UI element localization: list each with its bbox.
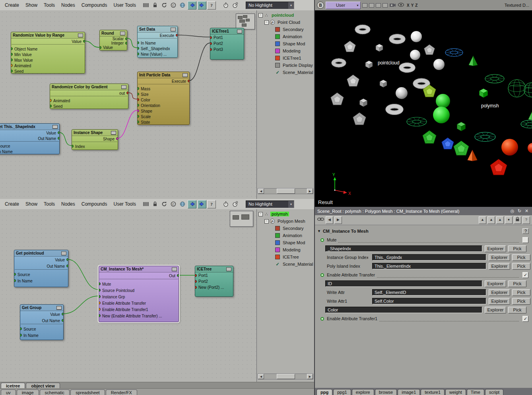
scene-wiretorus[interactable] [407, 117, 427, 126]
port-mute[interactable] [99, 282, 101, 285]
checkbox-mute[interactable] [522, 237, 528, 243]
timer-gear-icon[interactable] [231, 200, 239, 208]
tree-item-icetree1[interactable]: ICETree1 [257, 54, 314, 62]
tree-item-shape-mod[interactable]: Shape Mod [257, 239, 314, 246]
tree-item-pointcloud[interactable]: −∴pointcloud [257, 12, 314, 19]
viewport-canvas[interactable]: pointcloudpolymshYX [315, 10, 532, 207]
port-integer[interactable] [125, 42, 127, 45]
node-menu-icon[interactable] [237, 29, 242, 33]
menu-create[interactable]: Create [2, 2, 22, 9]
port-shape[interactable] [137, 109, 139, 112]
port-source-pointcloud[interactable] [99, 289, 101, 292]
port-port2[interactable] [210, 42, 212, 45]
field-id[interactable] [325, 280, 482, 287]
port-mass[interactable] [137, 87, 139, 90]
port-source[interactable] [20, 327, 22, 330]
node-init-particle-data[interactable]: Init Particle DataExecuteMassSizeColorOr… [137, 72, 190, 125]
keyframe-icon[interactable]: ● [505, 216, 513, 224]
node-set-data[interactable]: Set DataExecuteIn NameSelf._ShapeIndxNew… [137, 26, 178, 58]
node-icetree1[interactable]: ICETree1Port1Port2Port3 [210, 28, 244, 60]
port-index[interactable] [72, 145, 74, 148]
refresh-icon[interactable]: ↻ [516, 208, 522, 214]
port-value[interactable] [58, 131, 60, 134]
node-graph-canvas[interactable]: Randomize Value by RangeValueObject Name… [0, 10, 257, 199]
refresh-icon[interactable] [160, 1, 169, 10]
node-menu-icon[interactable] [172, 267, 177, 271]
tree-item-animation[interactable]: Animation [257, 33, 314, 40]
link-icon[interactable] [317, 216, 324, 224]
port-port1[interactable] [195, 274, 197, 277]
tab-image1[interactable]: image1 [398, 389, 420, 395]
nav-back-icon[interactable] [188, 200, 196, 208]
field-color[interactable] [325, 307, 482, 313]
tree-expander-icon[interactable]: − [264, 20, 269, 25]
node-cm-instance-to-mesh[interactable]: CM_Instance To Mesh*OutMuteSource Pointc… [99, 266, 179, 322]
animatable-icon[interactable] [320, 317, 324, 321]
sticky-icon[interactable]: ◎ [509, 208, 515, 214]
axis-x-button[interactable]: X [406, 3, 410, 8]
globe-icon[interactable] [178, 200, 187, 208]
scene-sphere[interactable] [501, 139, 518, 156]
pick-button[interactable]: Pick [512, 298, 530, 305]
node-randomize-value-by-range[interactable]: Randomize Value by RangeValueObject Name… [11, 32, 85, 74]
node-randomize-color-by-gradient[interactable]: Randomize Color by GradientoutAnimatedSe… [50, 84, 128, 109]
ppg-section-header[interactable]: ▼ CM_Instance To Mesh ? [315, 225, 532, 235]
scene-sphere[interactable] [410, 50, 420, 60]
timer-icon[interactable] [221, 1, 230, 10]
port-shape[interactable] [116, 137, 118, 140]
scroll-left-button[interactable]: ◀ [258, 189, 264, 194]
port-new-value[interactable] [137, 53, 139, 55]
animatable-icon[interactable] [320, 238, 324, 242]
tab-spreadsheet[interactable]: spreadsheet [70, 389, 105, 395]
nav-forward-icon[interactable] [198, 200, 206, 208]
tree-item-animation[interactable]: Animation [257, 232, 314, 239]
node-menu-icon[interactable] [226, 267, 231, 271]
tab-browse[interactable]: browse [375, 389, 397, 395]
timer-icon[interactable] [221, 200, 230, 208]
scene-sphere[interactable] [433, 59, 445, 70]
node-menu-icon[interactable] [183, 73, 188, 77]
port-out-name[interactable] [62, 319, 64, 322]
tree-item-modeling[interactable]: Modeling [257, 246, 314, 253]
display-mode-dropdown[interactable]: Textured D... [505, 3, 530, 8]
explorer-hscrollbar[interactable]: ◀▶ [258, 188, 313, 194]
axis-z-button[interactable]: Z [414, 3, 418, 8]
viewport-layout-button[interactable] [382, 3, 388, 8]
scene-wiresphere[interactable] [508, 80, 526, 97]
help-icon[interactable]: ? [207, 200, 216, 208]
menu-compounds[interactable]: Compounds [78, 2, 111, 9]
port-new-port2[interactable] [195, 286, 197, 289]
port-in-name[interactable] [137, 41, 139, 44]
tab-image[interactable]: image [17, 389, 39, 395]
port-out-name[interactable] [66, 265, 68, 267]
port-scale[interactable] [137, 115, 139, 118]
scroll-thumb[interactable] [277, 374, 295, 379]
port-source[interactable] [14, 273, 16, 276]
section-help-icon[interactable]: ? [522, 228, 529, 234]
menu-tools[interactable]: Tools [41, 200, 58, 208]
tree-item-shape-mod[interactable]: Shape Mod [257, 40, 314, 47]
help-icon[interactable]: ? [522, 216, 530, 224]
scene-sphere[interactable] [433, 107, 450, 123]
pick-button[interactable]: Pick [512, 254, 530, 261]
port-execute[interactable] [176, 34, 178, 37]
animatable-icon[interactable] [320, 273, 324, 277]
layout-bars-icon[interactable] [142, 200, 150, 208]
node-get-this-shapeindx[interactable]: Get This._ShapeIndxValueOut NameSourceIn… [0, 123, 60, 154]
pick-button[interactable]: Pick [512, 289, 530, 296]
camera-menu-button[interactable]: B [317, 2, 324, 9]
scroll-thumb[interactable] [277, 189, 295, 194]
tree-item-point-cloud[interactable]: −PPoint Cloud [257, 19, 314, 26]
port-seed[interactable] [50, 105, 52, 107]
port-min-value[interactable] [11, 53, 13, 56]
field-this-elementindx[interactable] [372, 263, 486, 269]
nav-forward-icon[interactable] [198, 1, 206, 10]
node-get-group[interactable]: Get GroupValueOut NameSourceIn Name [20, 304, 64, 340]
menu-nodes[interactable]: Nodes [58, 200, 78, 208]
node-menu-icon[interactable] [78, 33, 83, 37]
menu-nodes[interactable]: Nodes [58, 2, 78, 9]
copyright-icon[interactable]: C [169, 1, 178, 10]
tree-item-secondary[interactable]: Secondary [257, 225, 314, 232]
menu-compounds[interactable]: Compounds [78, 200, 111, 208]
menu-create[interactable]: Create [2, 200, 22, 208]
